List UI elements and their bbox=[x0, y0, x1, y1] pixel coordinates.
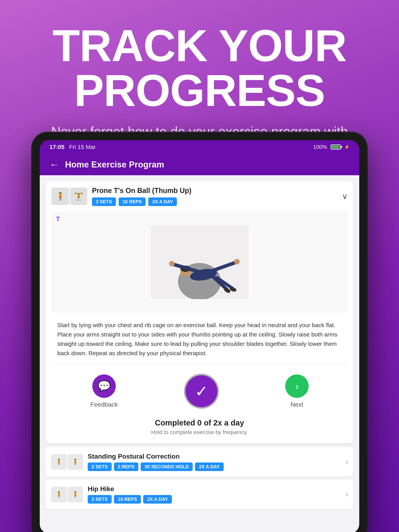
list-badges-2: 3 SETS 10 REPS 2X A DAY bbox=[88, 495, 346, 504]
content-area[interactable]: 🧍 🏋 Prone T's On Ball (Thumb Up) 3 SETS … bbox=[40, 175, 359, 532]
next-circle: › bbox=[285, 374, 309, 398]
svg-point-9 bbox=[169, 261, 174, 266]
exercise-svg bbox=[151, 225, 248, 299]
status-date: Fri 15 Mar bbox=[69, 144, 96, 150]
completed-title: Completed 0 of 2x a day bbox=[51, 418, 348, 427]
badge-reps: 10 REPS bbox=[119, 197, 146, 206]
bolt-icon: ⚡ bbox=[344, 145, 349, 150]
chevron-down-icon[interactable]: ∨ bbox=[342, 192, 348, 201]
exercise-card: 🧍 🏋 Prone T's On Ball (Thumb Up) 3 SETS … bbox=[45, 181, 354, 443]
video-area[interactable]: T bbox=[51, 211, 348, 313]
list-badge-1-2: 2 REPS bbox=[114, 462, 138, 471]
next-label: Next bbox=[290, 401, 303, 408]
svg-point-10 bbox=[234, 259, 240, 265]
exercise-thumb-1: 🧍 bbox=[51, 188, 69, 205]
list-info-1: Standing Postural Correction 2 SETS 2 RE… bbox=[88, 453, 346, 471]
back-button[interactable]: ← bbox=[50, 159, 59, 170]
exercise-illustration: T bbox=[51, 211, 348, 313]
list-thumb-2b: 🧍 bbox=[67, 487, 83, 502]
badge-frequency: 2X A DAY bbox=[148, 197, 177, 206]
list-badge-1-3: 30 SECONDS HOLD bbox=[141, 462, 193, 471]
exercise-name: Prone T's On Ball (Thumb Up) bbox=[92, 187, 342, 195]
action-row: 💬 Feedback ✓ bbox=[45, 364, 354, 415]
feedback-chat-icon: 💬 bbox=[98, 380, 111, 392]
list-chevron-2: › bbox=[346, 490, 348, 499]
tablet-screen: 17:05 Fri 15 Mar 100% ⚡ ← Home Exercise … bbox=[40, 140, 359, 532]
exercise-thumb-2: 🏋 bbox=[70, 188, 87, 205]
hero-title: TRACK YOUR PROGRESS bbox=[19, 23, 380, 113]
list-badges-1: 2 SETS 2 REPS 30 SECONDS HOLD 2X A DAY bbox=[88, 462, 346, 471]
list-badge-1-1: 2 SETS bbox=[88, 462, 112, 471]
next-arrow-icon: › bbox=[295, 380, 299, 392]
list-thumb-2a: 🧍 bbox=[51, 487, 67, 502]
list-info-2: Hip Hike 3 SETS 10 REPS 2X A DAY bbox=[88, 485, 346, 504]
battery-icon bbox=[331, 145, 341, 150]
app-header-title: Home Exercise Program bbox=[65, 160, 164, 169]
list-badge-2-3: 2X A DAY bbox=[143, 495, 172, 504]
video-watermark: T bbox=[56, 215, 60, 222]
list-thumb-1a: 🧍 bbox=[51, 454, 67, 470]
exercise-info: Prone T's On Ball (Thumb Up) 3 SETS 10 R… bbox=[92, 187, 342, 206]
battery-percentage: 100% bbox=[313, 144, 327, 150]
list-thumb-1b: 🧍 bbox=[67, 454, 83, 470]
feedback-circle: 💬 bbox=[92, 374, 116, 398]
exercise-header: 🧍 🏋 Prone T's On Ball (Thumb Up) 3 SETS … bbox=[45, 181, 354, 211]
status-bar: 17:05 Fri 15 Mar 100% ⚡ bbox=[40, 140, 359, 154]
list-badge-1-4: 2X A DAY bbox=[195, 462, 224, 471]
status-time: 17:05 bbox=[50, 144, 64, 150]
exercise-thumbnail-container: 🧍 🏋 bbox=[51, 188, 87, 205]
feedback-button[interactable]: 💬 Feedback bbox=[90, 374, 118, 408]
check-icon: ✓ bbox=[195, 382, 208, 400]
completed-section: Completed 0 of 2x a day Hold to complete… bbox=[45, 417, 354, 443]
feedback-label: Feedback bbox=[90, 401, 118, 408]
exercise-badges: 3 SETS 10 REPS 2X A DAY bbox=[92, 197, 342, 206]
list-thumb-container-1: 🧍 🧍 bbox=[51, 454, 83, 470]
list-name-2: Hip Hike bbox=[88, 485, 346, 493]
badge-sets: 3 SETS bbox=[92, 197, 116, 206]
list-item-1[interactable]: 🧍 🧍 Standing Postural Correction 2 SETS … bbox=[45, 447, 354, 476]
tablet-device: 17:05 Fri 15 Mar 100% ⚡ ← Home Exercise … bbox=[32, 133, 367, 532]
list-item-2[interactable]: 🧍 🧍 Hip Hike 3 SETS 10 REPS 2X A DAY › bbox=[45, 480, 354, 509]
complete-button[interactable]: ✓ bbox=[184, 374, 219, 409]
tablet-shell: 17:05 Fri 15 Mar 100% ⚡ ← Home Exercise … bbox=[32, 133, 367, 532]
app-header: ← Home Exercise Program bbox=[40, 154, 359, 175]
exercise-description: Start by lying with your chest and rib c… bbox=[45, 317, 354, 364]
list-thumb-container-2: 🧍 🧍 bbox=[51, 487, 83, 502]
completed-subtitle: Hold to complete exercise by frequency. bbox=[51, 429, 348, 435]
list-badge-2-1: 3 SETS bbox=[88, 495, 112, 504]
list-name-1: Standing Postural Correction bbox=[88, 453, 346, 460]
list-badge-2-2: 10 REPS bbox=[114, 495, 141, 504]
list-chevron-1: › bbox=[346, 458, 348, 466]
next-button[interactable]: › Next bbox=[285, 374, 309, 408]
complete-circle: ✓ bbox=[184, 374, 219, 409]
